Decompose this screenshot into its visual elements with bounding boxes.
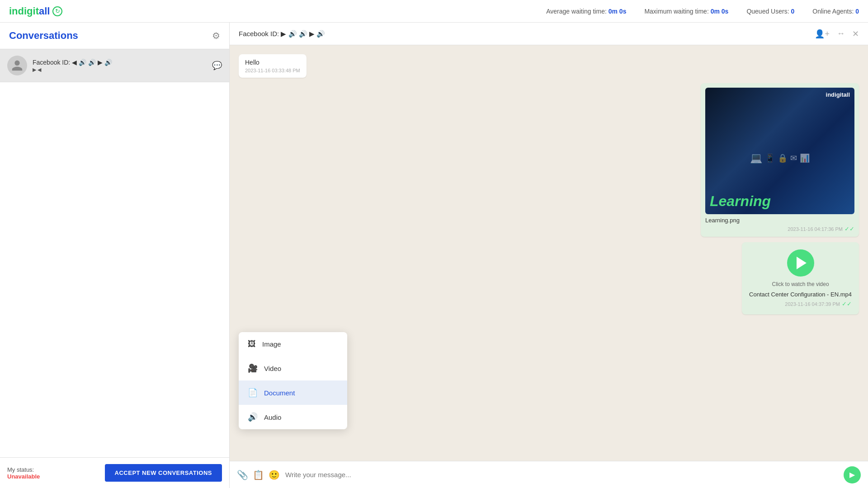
message-input[interactable] [285,471,838,479]
sidebar-title: Conversations [9,30,78,42]
sidebar: Conversations ⚙ Facebook ID: ◀ 🔊 🔊 ▶ 🔊 ▶… [0,23,230,488]
video-icon: 🎥 [248,363,258,373]
send-icon: ▶ [849,470,855,479]
message-received: Hello 2023-11-16 03:33:48 PM [239,54,859,78]
template-button[interactable]: 📋 [253,469,264,480]
status-label: My status: [7,466,40,473]
logo-green: indigit [9,5,39,17]
audio-icon: 🔊 [248,412,258,422]
logo: indigitall [9,5,62,17]
conversation-list: Facebook ID: ◀ 🔊 🔊 ▶ 🔊 ▶ ◀ 💬 [0,49,229,457]
status-bar: My status: Unavailable ACCEPT NEW CONVER… [0,457,229,488]
message-sent-image: indigitall 💻 📱 🔒 ✉ 📊 Learning [239,83,859,237]
attachment-menu: 🖼 Image 🎥 Video 📄 Document 🔊 Audio [239,332,347,429]
attach-video-label: Video [264,365,281,372]
message-text: Hello [245,59,300,66]
max-wait-stat: Maximum waiting time: 0m 0s [644,8,728,15]
online-agents-stat: Online Agents: 0 [812,8,859,15]
attach-image-label: Image [262,340,281,348]
attach-audio-label: Audio [264,413,281,421]
chat-header-actions: 👤+ ↔ ✕ [815,29,859,39]
attach-audio-option[interactable]: 🔊 Audio [239,405,347,429]
conv-name: Facebook ID: ◀ 🔊 🔊 ▶ 🔊 [33,59,207,66]
video-filename: Contact Center Configuration - EN.mp4 [749,291,852,298]
emoji-button[interactable]: 🙂 [269,469,280,480]
image-icon: 🖼 [248,339,256,349]
gear-icon[interactable]: ⚙ [212,30,220,41]
attach-image-option[interactable]: 🖼 Image [239,332,347,356]
send-button[interactable]: ▶ [844,466,861,483]
document-icon: 📄 [248,388,258,398]
chat-header: Facebook ID: ▶ 🔊 🔊 ▶ 🔊 👤+ ↔ ✕ [230,23,868,45]
image-learning-text: Learning [710,193,771,210]
logo-blue: all [39,5,50,17]
person-icon [11,59,24,72]
top-header: indigitall Average waiting time: 0m 0s M… [0,0,868,23]
conv-info: Facebook ID: ◀ 🔊 🔊 ▶ 🔊 ▶ ◀ [33,59,207,73]
accept-conversations-button[interactable]: ACCEPT NEW CONVERSATIONS [105,464,222,482]
avatar [7,56,27,75]
video-bubble: Click to watch the video Contact Center … [742,242,859,314]
conversation-item[interactable]: Facebook ID: ◀ 🔊 🔊 ▶ 🔊 ▶ ◀ 💬 [0,49,229,82]
bubble-left: Hello 2023-11-16 03:33:48 PM [239,54,307,78]
video-check-icon: ✓✓ [842,300,852,307]
chat-header-name: Facebook ID: ▶ 🔊 🔊 ▶ 🔊 [239,30,325,38]
image-time: 2023-11-16 04:17:36 PM ✓✓ [705,225,854,232]
image-preview: indigitall 💻 📱 🔒 ✉ 📊 Learning [705,88,854,214]
queued-users-stat: Queued Users: 0 [746,8,794,15]
video-play-button[interactable] [787,249,814,277]
conv-sub-icons: ▶ ◀ [33,67,207,73]
play-triangle-icon [797,257,807,269]
sidebar-header: Conversations ⚙ [0,23,229,49]
input-toolbar: 📎 📋 🙂 [237,469,280,480]
chat-area: Facebook ID: ▶ 🔊 🔊 ▶ 🔊 👤+ ↔ ✕ Hello 2023… [230,23,868,488]
attach-video-option[interactable]: 🎥 Video [239,356,347,380]
chat-header-emojis: ▶ 🔊 🔊 ▶ 🔊 [281,30,325,38]
status-value: Unavailable [7,473,40,480]
status-info: My status: Unavailable [7,466,40,480]
header-stats: Average waiting time: 0m 0s Maximum wait… [546,8,859,15]
logo-refresh-icon [52,6,62,16]
video-caption: Click to watch the video [749,281,852,287]
messages-container[interactable]: Hello 2023-11-16 03:33:48 PM indigitall … [230,45,868,461]
image-brand: indigitall [705,88,854,102]
main-layout: Conversations ⚙ Facebook ID: ◀ 🔊 🔊 ▶ 🔊 ▶… [0,23,868,488]
video-time: 2023-11-16 04:37:39 PM ✓✓ [749,300,852,307]
message-time: 2023-11-16 03:33:48 PM [245,68,300,73]
close-chat-icon[interactable]: ✕ [852,29,859,39]
attach-document-label: Document [264,389,295,397]
attach-document-option[interactable]: 📄 Document [239,380,347,405]
image-filename: Learning.png [705,217,854,224]
avg-wait-stat: Average waiting time: 0m 0s [546,8,626,15]
input-area: 📎 📋 🙂 ▶ [230,461,868,488]
double-check-icon: ✓✓ [844,225,854,232]
add-person-icon[interactable]: 👤+ [815,29,830,39]
bubble-right-image: indigitall 💻 📱 🔒 ✉ 📊 Learning [701,83,859,237]
chat-bubble-icon[interactable]: 💬 [212,61,222,70]
message-sent-video: Click to watch the video Contact Center … [239,242,859,314]
transfer-icon[interactable]: ↔ [837,29,845,38]
attachment-button[interactable]: 📎 [237,469,248,480]
